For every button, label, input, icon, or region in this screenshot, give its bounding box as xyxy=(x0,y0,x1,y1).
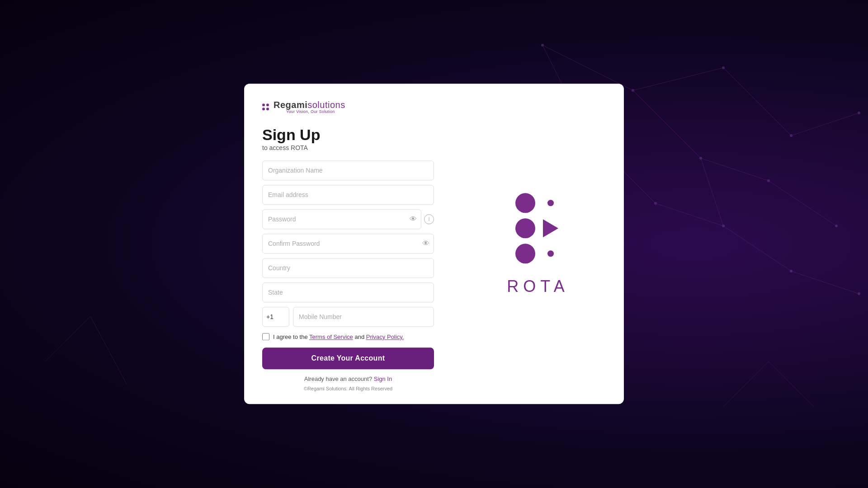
form-panel: Regami solutions Your Vision, Our Soluti… xyxy=(244,84,452,404)
logo-name-row: Regami solutions xyxy=(274,100,345,110)
svg-line-6 xyxy=(769,181,836,226)
copyright-text: ©Regami Solutions. All Rights Reserved xyxy=(262,386,434,392)
terms-label[interactable]: I agree to the Terms of Service and Priv… xyxy=(273,333,404,340)
svg-line-13 xyxy=(45,316,90,361)
logo-dot-4 xyxy=(266,108,269,110)
password-input[interactable] xyxy=(262,210,421,230)
privacy-link[interactable]: Privacy Policy. xyxy=(366,333,404,340)
svg-point-29 xyxy=(654,202,657,205)
svg-line-2 xyxy=(723,68,791,136)
page-subtitle: to access ROTA xyxy=(262,145,434,152)
terms-middle: and xyxy=(353,333,366,340)
svg-point-18 xyxy=(632,89,634,92)
rota-circle-bot-left xyxy=(515,244,535,263)
logo-area: Regami solutions Your Vision, Our Soluti… xyxy=(262,100,434,114)
terms-checkbox[interactable] xyxy=(262,333,269,341)
password-wrapper: 👁 xyxy=(262,210,421,230)
terms-link[interactable]: Terms of Service xyxy=(309,333,353,340)
terms-checkbox-row: I agree to the Terms of Service and Priv… xyxy=(262,333,434,341)
signin-row: Already have an account? Sign In xyxy=(262,376,434,383)
svg-point-17 xyxy=(541,44,544,47)
password-eye-icon[interactable]: 👁 xyxy=(410,216,417,223)
password-info-icon[interactable]: i xyxy=(424,215,434,225)
rota-play-icon xyxy=(543,219,558,237)
svg-point-19 xyxy=(722,66,725,69)
rota-logo: ROTA xyxy=(507,192,569,296)
phone-prefix-input[interactable] xyxy=(262,307,289,327)
svg-line-4 xyxy=(633,90,701,158)
logo-tagline: Your Vision, Our Solution xyxy=(286,109,345,114)
svg-point-23 xyxy=(767,179,770,182)
rota-icon-grid xyxy=(514,192,561,264)
signin-text: Already have an account? xyxy=(304,376,372,383)
svg-line-7 xyxy=(701,158,723,226)
rota-circle-mid-left xyxy=(515,218,535,238)
svg-line-3 xyxy=(791,113,859,136)
logo-dot-3 xyxy=(262,108,265,110)
phone-number-input[interactable] xyxy=(293,307,434,327)
logo-dot-2 xyxy=(266,103,269,106)
svg-line-16 xyxy=(723,361,769,407)
logo-dots xyxy=(262,103,269,110)
svg-line-1 xyxy=(633,68,723,90)
svg-point-27 xyxy=(858,292,860,295)
rota-dot-top-right xyxy=(547,200,554,206)
main-card: Regami solutions Your Vision, Our Soluti… xyxy=(244,84,624,404)
page-title: Sign Up xyxy=(262,127,434,143)
logo-wrapper: Regami solutions Your Vision, Our Soluti… xyxy=(274,100,345,114)
logo-dot-1 xyxy=(262,103,265,106)
right-panel: ROTA xyxy=(452,84,624,404)
svg-point-26 xyxy=(790,270,793,272)
rota-text: ROTA xyxy=(507,277,569,296)
logo-regami-text: Regami xyxy=(274,100,307,110)
terms-prefix: I agree to the xyxy=(273,333,309,340)
svg-line-9 xyxy=(791,271,859,294)
confirm-password-eye-icon[interactable]: 👁 xyxy=(422,240,429,248)
rota-dot-bot-right xyxy=(547,250,554,257)
password-row: 👁 i xyxy=(262,210,434,230)
svg-line-5 xyxy=(701,158,769,181)
rota-circle-top-left xyxy=(515,193,535,213)
create-account-button[interactable]: Create Your Account xyxy=(262,348,434,370)
svg-point-21 xyxy=(858,112,860,114)
state-input[interactable] xyxy=(262,283,434,303)
svg-line-12 xyxy=(656,203,723,226)
country-input[interactable] xyxy=(262,258,434,278)
svg-line-14 xyxy=(90,316,127,384)
confirm-password-wrapper: 👁 xyxy=(262,234,434,254)
phone-row xyxy=(262,307,434,327)
svg-point-25 xyxy=(722,225,725,227)
svg-line-8 xyxy=(723,226,791,271)
svg-point-20 xyxy=(790,134,793,137)
svg-line-15 xyxy=(769,361,814,407)
org-name-input[interactable] xyxy=(262,161,434,181)
svg-point-22 xyxy=(699,157,702,160)
email-input[interactable] xyxy=(262,185,434,205)
logo-solutions-text: solutions xyxy=(307,100,345,110)
svg-point-24 xyxy=(835,225,838,227)
signin-link-text[interactable]: Sign In xyxy=(374,376,392,383)
confirm-password-input[interactable] xyxy=(262,234,434,254)
